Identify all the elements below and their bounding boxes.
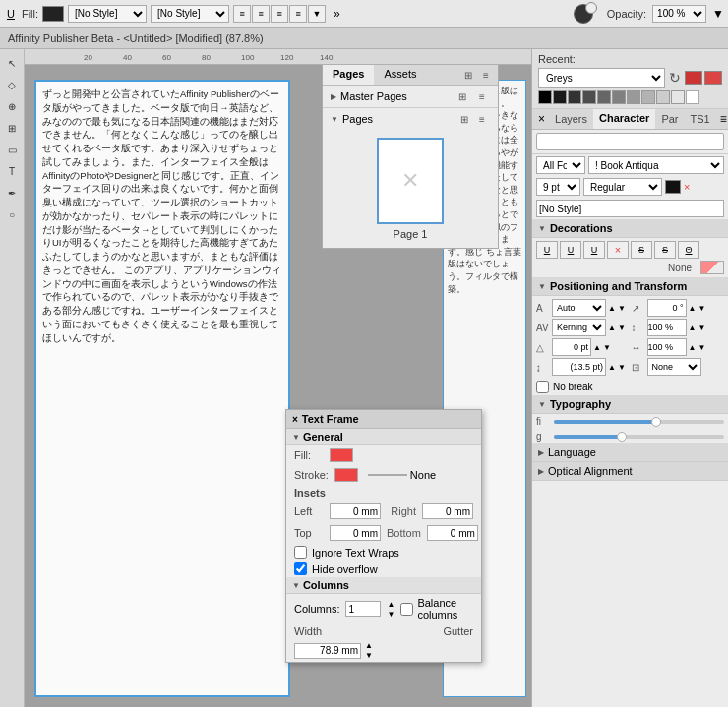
pos-paren-down[interactable]: ▼ xyxy=(618,363,626,372)
pos-kerning-dropdown[interactable]: Kerning xyxy=(552,319,606,336)
left-input[interactable] xyxy=(330,503,381,519)
text-frame-close[interactable]: × xyxy=(292,414,298,425)
width-down[interactable]: ▼ xyxy=(365,651,373,660)
swatch-white[interactable] xyxy=(686,90,699,104)
pos-kern-down[interactable]: ▼ xyxy=(618,324,626,332)
tool-node[interactable]: ◇ xyxy=(2,75,22,94)
deco-underline-2[interactable]: U xyxy=(560,241,581,259)
panel-icon-1[interactable]: ⊞ xyxy=(460,67,476,83)
pos-pct1-input[interactable] xyxy=(647,319,687,336)
pos-pct1-up[interactable]: ▲ xyxy=(689,324,697,332)
tab-assets[interactable]: Assets xyxy=(374,65,426,85)
tool-pointer[interactable]: ↖ xyxy=(2,53,22,73)
width-stepper[interactable]: ▲ ▼ xyxy=(365,641,373,660)
align-justify-btn[interactable]: ≡ xyxy=(289,5,307,23)
tab-character[interactable]: Character xyxy=(593,109,655,129)
width-up[interactable]: ▲ xyxy=(365,641,373,650)
tool-crop[interactable]: ⊞ xyxy=(2,118,22,138)
swatch-7[interactable] xyxy=(641,90,655,104)
deco-swatch-slash[interactable] xyxy=(700,261,724,274)
master-pages-action-2[interactable]: ≡ xyxy=(474,88,490,104)
pos-none-dropdown[interactable]: None xyxy=(647,358,701,376)
pages-section[interactable]: ▼ Pages ⊞ ≡ xyxy=(323,107,498,130)
typo-thumb-1[interactable] xyxy=(651,417,661,427)
pages-menu-btn[interactable]: ≡ xyxy=(474,111,490,127)
main-text-frame[interactable]: ずっと開発中と公言されていたAffinity Publisherのベータ版がやっ… xyxy=(34,80,290,697)
tool-text[interactable]: T xyxy=(2,161,22,181)
font-size-dropdown[interactable]: 9 pt xyxy=(536,178,580,196)
pos-pct2-down[interactable]: ▼ xyxy=(698,343,705,352)
red-swatch-2[interactable] xyxy=(704,71,722,85)
opacity-dropdown[interactable]: 100 % xyxy=(652,5,706,23)
deco-strike-2[interactable]: S xyxy=(654,241,676,259)
no-style-select-2[interactable]: [No Style] xyxy=(151,5,229,23)
font-style-dropdown[interactable]: Regular xyxy=(583,178,662,196)
pos-pct2-input[interactable] xyxy=(647,338,687,356)
pos-paren-input[interactable] xyxy=(552,358,606,376)
swatch-5[interactable] xyxy=(612,90,626,104)
pages-add-btn[interactable]: ⊞ xyxy=(456,111,472,127)
pos-auto-down[interactable]: ▼ xyxy=(618,304,626,313)
tab-pages[interactable]: Pages xyxy=(323,65,374,85)
page-thumbnail[interactable]: ✕ xyxy=(377,138,444,224)
char-reset-btn[interactable]: × xyxy=(684,181,690,193)
swatch-1[interactable] xyxy=(553,90,567,104)
stroke-swatch-tf[interactable] xyxy=(334,468,358,482)
general-section-header[interactable]: ▼ General xyxy=(286,429,481,445)
palette-dropdown[interactable]: Greys xyxy=(538,68,665,88)
tool-shape[interactable]: ○ xyxy=(2,205,22,224)
top-input[interactable] xyxy=(330,525,381,541)
no-style-dropdown-2[interactable]: [No Style] xyxy=(151,5,229,23)
toolbar-more[interactable]: » xyxy=(330,7,344,21)
panel-icon-2[interactable]: ≡ xyxy=(478,67,494,83)
master-pages-action[interactable]: ⊞ xyxy=(455,88,470,104)
deco-underline-3[interactable]: U xyxy=(583,241,605,259)
swatch-4[interactable] xyxy=(597,90,611,104)
ignore-text-wraps-check[interactable] xyxy=(294,546,307,559)
search-input[interactable] xyxy=(536,133,724,150)
refresh-icon[interactable]: ↻ xyxy=(669,70,681,86)
expand-icon[interactable]: ▼ xyxy=(712,7,724,21)
tool-pen[interactable]: ✒ xyxy=(2,183,22,203)
pos-pt-up[interactable]: ▲ xyxy=(593,343,601,352)
typo-thumb-2[interactable] xyxy=(617,432,627,442)
font-prefix-dropdown[interactable]: All Fonts xyxy=(536,156,585,174)
tab-ts1[interactable]: TS1 xyxy=(685,110,716,128)
pos-pct2-up[interactable]: ▲ xyxy=(689,343,697,352)
red-swatch-1[interactable] xyxy=(685,71,702,85)
pos-paren-up[interactable]: ▲ xyxy=(608,363,616,372)
master-pages-row[interactable]: ▶ Master Pages ⊞ ≡ xyxy=(323,86,498,107)
deco-circle-btn[interactable]: Θ xyxy=(678,241,699,259)
language-header[interactable]: ▶ Language xyxy=(532,443,728,462)
style-input[interactable] xyxy=(536,200,724,217)
balance-columns-check[interactable] xyxy=(400,603,413,616)
fill-swatch-tf[interactable] xyxy=(330,448,353,462)
pos-pct1-down[interactable]: ▼ xyxy=(698,324,705,332)
fill-swatch[interactable] xyxy=(42,6,64,22)
pos-pt-input[interactable] xyxy=(552,338,591,356)
tab-par[interactable]: Par xyxy=(655,110,684,128)
width-value-input[interactable] xyxy=(294,643,361,659)
no-style-dropdown-1[interactable]: [No Style] xyxy=(68,5,147,23)
align-right-btn[interactable]: ≡ xyxy=(271,5,288,23)
align-more-btn[interactable]: ▼ xyxy=(308,5,326,23)
columns-section-header[interactable]: ▼ Columns xyxy=(286,577,481,594)
char-color-swatch[interactable] xyxy=(665,180,681,194)
bottom-input[interactable] xyxy=(427,525,478,541)
typography-header[interactable]: ▼ Typography xyxy=(532,395,728,414)
pos-auto-up[interactable]: ▲ xyxy=(608,304,616,313)
typo-slider-1[interactable] xyxy=(554,420,724,424)
columns-input[interactable] xyxy=(345,601,381,617)
font-name-dropdown[interactable]: ! Book Antiqua xyxy=(588,156,724,174)
swatch-3[interactable] xyxy=(582,90,596,104)
optical-header[interactable]: ▶ Optical Alignment xyxy=(532,462,728,481)
columns-down[interactable]: ▼ xyxy=(387,610,394,619)
columns-up[interactable]: ▲ xyxy=(387,600,394,609)
pos-angle-up[interactable]: ▲ xyxy=(689,304,697,313)
pos-angle-input[interactable] xyxy=(647,299,687,317)
align-left-btn[interactable]: ≡ xyxy=(233,5,251,23)
columns-stepper[interactable]: ▲ ▼ xyxy=(387,600,394,619)
no-break-check[interactable] xyxy=(536,381,549,393)
swatch-8[interactable] xyxy=(656,90,670,104)
no-style-select-1[interactable]: [No Style] xyxy=(68,5,147,23)
